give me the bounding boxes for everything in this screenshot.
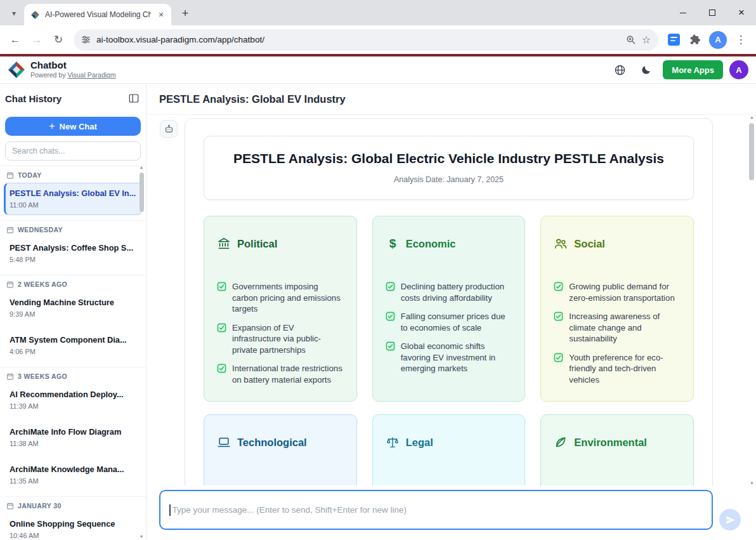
back-button[interactable]: ← xyxy=(5,30,25,50)
maximize-button[interactable] xyxy=(698,0,727,25)
main-scrollbar-thumb[interactable] xyxy=(749,123,754,180)
chat-item-title: ArchiMate Info Flow Diagram xyxy=(10,427,136,437)
new-chat-button[interactable]: + New Chat xyxy=(5,117,141,136)
bookmark-star-icon[interactable]: ☆ xyxy=(642,34,651,46)
pestle-item-text: Growing public demand for zero-emission … xyxy=(569,281,681,303)
reload-button[interactable]: ↻ xyxy=(48,30,68,50)
powered-by-text: Powered by xyxy=(30,71,65,79)
chat-group-january-30: JANUARY 30 Online Shopping Sequence 10:4… xyxy=(0,496,146,540)
chat-history-item[interactable]: Vending Machine Structure 9:39 AM xyxy=(4,292,142,324)
chat-history-item[interactable]: AI Recommendation Deploy... 11:39 AM xyxy=(4,384,142,416)
maximize-icon xyxy=(709,10,715,16)
extensions-button[interactable] xyxy=(685,30,705,50)
calendar-icon xyxy=(6,226,14,234)
scroll-down-icon[interactable]: ▼ xyxy=(138,534,145,539)
language-button[interactable] xyxy=(609,60,630,80)
message-input[interactable]: Type your message... (Enter to send, Shi… xyxy=(159,490,713,530)
group-label-text: WEDNESDAY xyxy=(18,226,63,234)
chat-history-item[interactable]: ArchiMate Info Flow Diagram 11:38 AM xyxy=(4,421,142,454)
scroll-down-icon[interactable]: ▼ xyxy=(748,481,755,485)
scroll-up-icon[interactable]: ▲ xyxy=(748,115,755,119)
forward-button[interactable]: → xyxy=(27,30,47,50)
user-avatar[interactable]: A xyxy=(729,60,748,79)
minimize-button[interactable] xyxy=(668,0,698,25)
url-text[interactable]: ai-toolbox.visual-paradigm.com/app/chatb… xyxy=(96,35,620,44)
pestle-card-header: Technological xyxy=(217,435,344,449)
pestle-item: Increasing awareness of climate change a… xyxy=(554,311,681,345)
assistant-message-card: PESTLE Analysis: Global Electric Vehicle… xyxy=(185,118,713,540)
group-label: JANUARY 30 xyxy=(0,498,146,512)
site-info-icon[interactable] xyxy=(81,35,91,44)
pestle-item-text: Global economic shifts favoring EV inves… xyxy=(401,341,512,374)
group-label: 2 WEEKS AGO xyxy=(0,277,146,291)
app-header: Chatbot Powered by Visual Paradigm More … xyxy=(0,56,756,84)
chat-history-item[interactable]: ATM System Component Dia... 4:06 PM xyxy=(4,329,142,362)
main-scrollbar[interactable]: ▲ ▼ xyxy=(748,115,755,485)
laptop-icon xyxy=(217,435,231,449)
calendar-icon xyxy=(6,280,14,288)
chat-history-item[interactable]: PEST Analysis: Coffee Shop S... 5:48 PM xyxy=(4,237,142,270)
leaf-icon xyxy=(554,435,568,449)
pestle-card-header: Environmental xyxy=(554,435,681,449)
close-window-button[interactable]: × xyxy=(727,0,756,25)
sidebar-scrollbar[interactable]: ▲ ▼ xyxy=(138,165,145,539)
tab-close-icon[interactable]: × xyxy=(156,10,166,20)
pestle-card-economic: $ Economic Declining battery production … xyxy=(372,216,526,402)
pestle-card-header: $ Economic xyxy=(386,237,512,251)
group-label-text: TODAY xyxy=(18,171,42,179)
new-tab-button[interactable]: + xyxy=(176,4,194,22)
pestle-item-text: Youth preference for eco-friendly and te… xyxy=(569,352,681,386)
send-icon xyxy=(725,515,736,525)
address-bar[interactable]: ai-toolbox.visual-paradigm.com/app/chatb… xyxy=(74,29,658,51)
chat-item-time: 11:38 AM xyxy=(10,439,136,448)
group-label: WEDNESDAY xyxy=(0,222,146,236)
browser-profile-avatar[interactable]: A xyxy=(709,31,727,49)
chat-item-time: 10:46 AM xyxy=(10,531,136,540)
pestle-item-text: Expansion of EV infrastructure via publi… xyxy=(232,322,344,356)
chat-history-item[interactable]: PESTLE Analysis: Global EV In... 11:00 A… xyxy=(4,183,142,215)
pestle-card-header: Social xyxy=(554,237,681,251)
collapse-sidebar-icon[interactable] xyxy=(128,93,140,104)
group-label-text: 3 WEEKS AGO xyxy=(18,372,67,380)
pestle-card-title: Political xyxy=(237,238,277,250)
text-cursor xyxy=(169,504,171,516)
app-identity: Chatbot Powered by Visual Paradigm xyxy=(8,60,116,79)
browser-tab[interactable]: AI-Powered Visual Modeling Ch × xyxy=(24,4,171,25)
calendar-icon xyxy=(6,171,14,179)
dark-mode-button[interactable] xyxy=(636,60,656,80)
pestle-item: Expansion of EV infrastructure via publi… xyxy=(217,322,344,356)
visual-paradigm-logo-icon xyxy=(8,61,25,79)
more-apps-button[interactable]: More Apps xyxy=(663,60,723,79)
close-icon: × xyxy=(738,6,745,19)
tab-search-chevron-icon[interactable]: ▾ xyxy=(5,4,23,22)
browser-menu-button[interactable]: ⋮ xyxy=(731,30,751,50)
zoom-icon[interactable] xyxy=(626,35,636,45)
chat-history-item[interactable]: ArchiMate Knowledge Mana... 11:35 AM xyxy=(4,459,142,491)
extension-shortcut-button[interactable] xyxy=(663,30,684,50)
chat-item-title: PESTLE Analysis: Global EV In... xyxy=(10,188,136,199)
visual-paradigm-link[interactable]: Visual Paradigm xyxy=(67,71,115,79)
pestle-item: Youth preference for eco-friendly and te… xyxy=(554,352,681,386)
moon-icon xyxy=(641,64,652,76)
pestle-card-header: Political xyxy=(217,237,344,251)
app-title: Chatbot xyxy=(30,60,116,71)
pestle-item-text: Governments imposing carbon pricing and … xyxy=(232,281,344,315)
pestle-card-title: Economic xyxy=(406,238,456,250)
pestle-item: Declining battery production costs drivi… xyxy=(386,281,512,303)
pestle-card-title: Social xyxy=(574,238,605,250)
globe-icon xyxy=(614,64,626,76)
sidebar-scrollbar-thumb[interactable] xyxy=(140,173,144,212)
chat-history-item[interactable]: Online Shopping Sequence 10:46 AM xyxy=(4,513,142,540)
chat-item-time: 9:39 AM xyxy=(10,310,136,319)
users-icon xyxy=(554,237,568,251)
group-label: TODAY xyxy=(0,168,146,181)
send-button[interactable] xyxy=(719,509,741,530)
search-input[interactable] xyxy=(5,142,141,161)
pestle-card-title: Environmental xyxy=(574,437,647,449)
plus-icon: + xyxy=(49,121,55,132)
pestle-item: Falling consumer prices due to economies… xyxy=(386,311,512,333)
group-label-text: 2 WEEKS AGO xyxy=(18,280,67,288)
group-label-text: JANUARY 30 xyxy=(18,502,62,510)
chat-item-title: Online Shopping Sequence xyxy=(10,519,136,529)
scroll-up-icon[interactable]: ▲ xyxy=(138,165,145,169)
